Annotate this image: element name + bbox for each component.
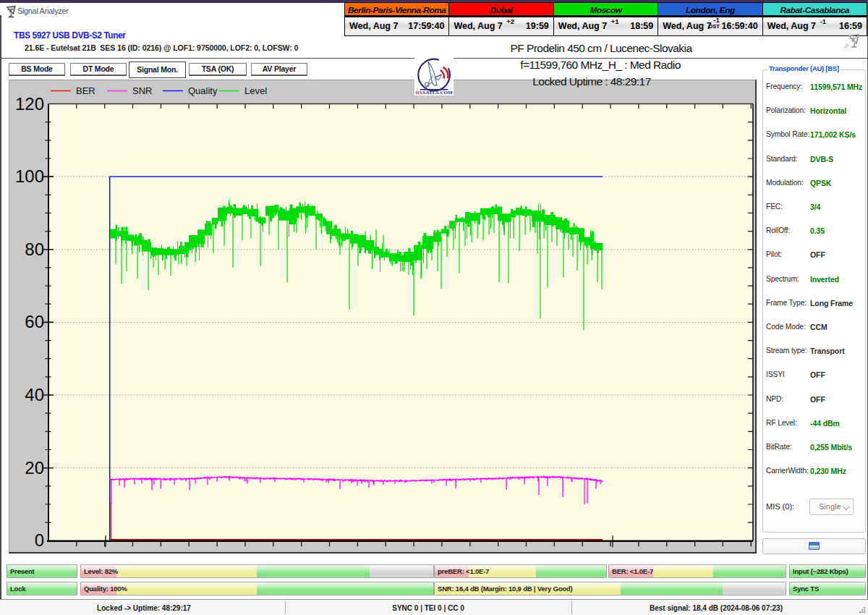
svg-text:Quality: Quality (188, 85, 218, 96)
svg-text:120: 120 (15, 94, 44, 114)
svg-text:DXSATCS.COM: DXSATCS.COM (415, 90, 452, 96)
svg-text:100: 100 (15, 166, 44, 186)
svg-text:SNR: SNR (132, 85, 152, 96)
svg-text:0: 0 (35, 530, 44, 550)
svg-text:Level: Level (244, 85, 267, 96)
svg-text:BER: BER (76, 85, 95, 96)
svg-text:80: 80 (25, 239, 44, 259)
svg-text:40: 40 (25, 385, 44, 404)
svg-text:60: 60 (25, 312, 44, 331)
svg-text:20: 20 (25, 458, 44, 478)
